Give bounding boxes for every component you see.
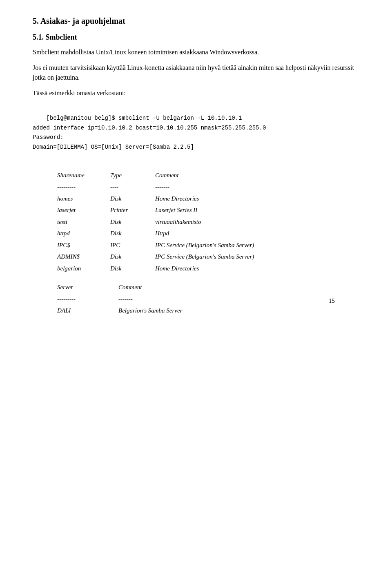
server-sep-2: ------- — [118, 293, 133, 305]
share-row-type: Disk — [110, 263, 155, 275]
server-table: Server Comment --------- ------- DALIBel… — [57, 281, 359, 317]
section-title: Asiakas- ja apuohjelmat — [40, 16, 125, 25]
share-row-comment: Home Directories — [155, 263, 199, 275]
subsection-title: Smbclient — [46, 33, 77, 41]
share-row-type: Disk — [110, 251, 155, 263]
code-line-1: [belg@manitou belg]$ smbclient -U belgar… — [47, 115, 242, 121]
share-table-rows: homesDiskHome DirectorieslaserjetPrinter… — [57, 193, 359, 275]
server-table-rows: DALIBelgarion's Samba Server — [57, 305, 359, 317]
share-row-sharename: IPC$ — [57, 239, 110, 251]
share-row-sharename: httpd — [57, 228, 110, 239]
share-sep-2: ---- — [110, 181, 155, 193]
paragraph-2: Jos ei muuten tarvitsisikaan käyttää Lin… — [33, 63, 359, 83]
share-table-row: laserjetPrinterLaserjet Series II — [57, 204, 359, 216]
share-table: Sharename Type Comment --------- ---- --… — [57, 170, 359, 275]
server-row-comment: Belgarion's Samba Server — [118, 305, 183, 317]
subsection-heading: 5.1. Smbclient — [33, 33, 359, 42]
server-table-header: Server Comment — [57, 281, 359, 293]
share-header-type: Type — [110, 170, 155, 181]
share-row-sharename: laserjet — [57, 204, 110, 216]
share-row-comment: IPC Service (Belgarion's Samba Server) — [155, 239, 254, 251]
code-line-4: Domain=[DILEMMA] OS=[Unix] Server=[Samba… — [33, 144, 194, 150]
share-row-type: Printer — [110, 204, 155, 216]
server-row-server: DALI — [57, 305, 118, 317]
share-sep-3: ------- — [155, 181, 169, 193]
section-heading: 5. Asiakas- ja apuohjelmat — [33, 16, 359, 26]
share-row-sharename: belgarion — [57, 263, 110, 275]
share-row-comment: Laserjet Series II — [155, 204, 197, 216]
share-row-comment: Httpd — [155, 228, 169, 239]
share-table-row: httpdDiskHttpd — [57, 228, 359, 239]
share-row-type: IPC — [110, 239, 155, 251]
share-row-type: Disk — [110, 193, 155, 205]
share-row-type: Disk — [110, 216, 155, 228]
share-row-sharename: homes — [57, 193, 110, 205]
share-row-type: Disk — [110, 228, 155, 239]
share-table-header: Sharename Type Comment — [57, 170, 359, 181]
share-table-row: IPC$IPCIPC Service (Belgarion's Samba Se… — [57, 239, 359, 251]
share-table-separator: --------- ---- ------- — [57, 181, 359, 193]
subsection-number: 5.1. — [33, 33, 44, 41]
code-block: [belg@manitou belg]$ smbclient -U belgar… — [33, 104, 359, 162]
share-row-comment: virtuaalihakemisto — [155, 216, 201, 228]
server-table-separator: --------- ------- — [57, 293, 359, 305]
share-table-row: belgarionDiskHome Directories — [57, 263, 359, 275]
server-header-comment: Comment — [118, 281, 142, 293]
share-table-row: homesDiskHome Directories — [57, 193, 359, 205]
server-header-server: Server — [57, 281, 118, 293]
share-row-comment: IPC Service (Belgarion's Samba Server) — [155, 251, 254, 263]
server-table-row: DALIBelgarion's Samba Server — [57, 305, 359, 317]
share-sep-1: --------- — [57, 181, 110, 193]
share-row-sharename: ADMIN$ — [57, 251, 110, 263]
share-header-sharename: Sharename — [57, 170, 110, 181]
code-line-3: Password: — [33, 134, 64, 141]
share-table-row: testiDiskvirtuaalihakemisto — [57, 216, 359, 228]
page-number: 15 — [329, 297, 335, 304]
share-row-sharename: testi — [57, 216, 110, 228]
code-line-2: added interface ip=10.10.10.2 bcast=10.1… — [33, 125, 266, 131]
section-number: 5. — [33, 16, 40, 25]
paragraph-3: Tässä esimerkki omasta verkostani: — [33, 88, 359, 98]
share-header-comment: Comment — [155, 170, 179, 181]
server-sep-1: --------- — [57, 293, 118, 305]
share-row-comment: Home Directories — [155, 193, 199, 205]
page-content: 5. Asiakas- ja apuohjelmat 5.1. Smbclien… — [33, 16, 359, 317]
paragraph-1: Smbclient mahdollistaa Unix/Linux koneen… — [33, 47, 359, 57]
share-table-row: ADMIN$DiskIPC Service (Belgarion's Samba… — [57, 251, 359, 263]
